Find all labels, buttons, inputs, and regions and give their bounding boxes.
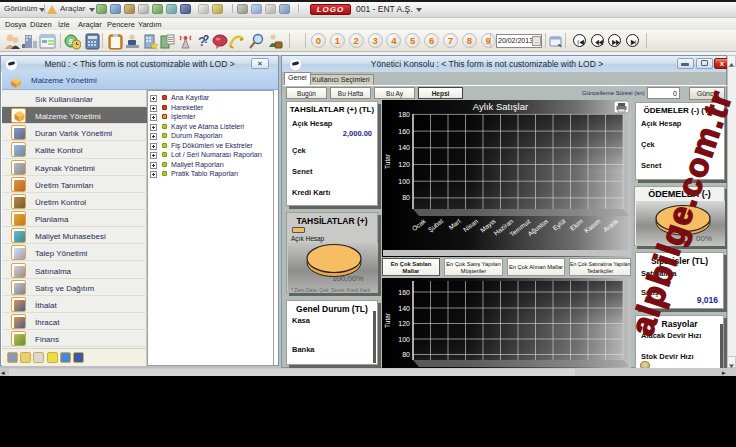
svg-text:80: 80 (402, 351, 410, 358)
svg-text:Aylık Satışlar: Aylık Satışlar (473, 101, 528, 112)
svg-text:160: 160 (398, 289, 410, 296)
svg-text:140: 140 (398, 144, 410, 151)
svg-text:Tutar: Tutar (384, 312, 391, 328)
svg-text:100: 100 (398, 178, 410, 185)
svg-text:Tutar: Tutar (384, 153, 391, 169)
svg-text:180: 180 (398, 111, 410, 118)
svg-text:120: 120 (398, 320, 410, 327)
svg-text:140: 140 (398, 305, 410, 312)
svg-text:100: 100 (398, 336, 410, 343)
svg-text:?: ? (203, 34, 209, 45)
svg-text:160: 160 (398, 128, 410, 135)
svg-text:80: 80 (402, 194, 410, 201)
svg-text:120: 120 (398, 161, 410, 168)
